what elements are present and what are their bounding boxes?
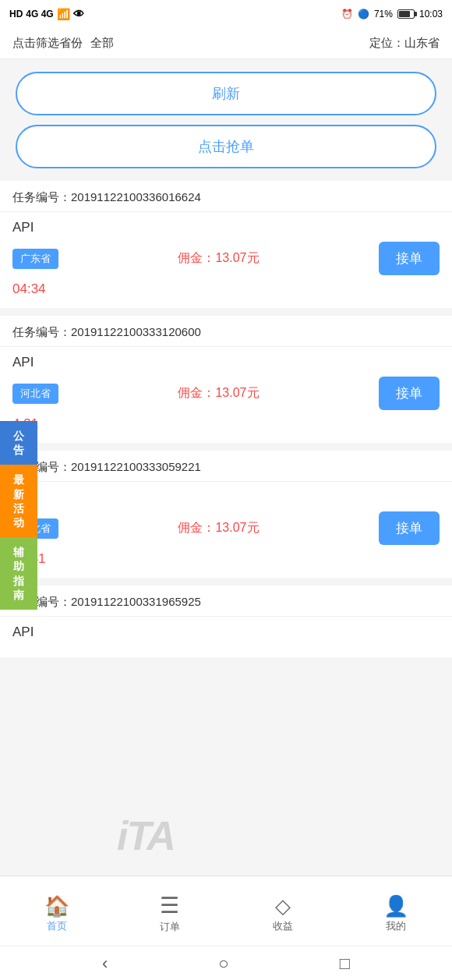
- grab-button[interactable]: 点击抢单: [16, 125, 436, 168]
- task-id: 任务编号：20191122100331965925: [0, 586, 452, 617]
- nav-item-profile[interactable]: 👤 我的: [339, 890, 452, 933]
- status-left: HD 4G 4G 📶 👁: [9, 8, 84, 20]
- task-row: 河北省 佣金：13.07元 接单: [12, 511, 440, 545]
- task-id: 任务编号：20191122100333120600: [0, 316, 452, 347]
- province-badge: 河北省: [12, 384, 58, 404]
- float-activity-button[interactable]: 最 新 活 动: [0, 465, 37, 537]
- task-id: 任务编号：20191122100333059221: [0, 451, 452, 482]
- task-body: API 河北省 佣金：13.07元 接单 04:31: [0, 482, 452, 578]
- task-card: 任务编号：20191122100331965925 API: [0, 586, 452, 657]
- wifi-icon: 📶: [57, 8, 70, 20]
- nav-label-orders: 订单: [160, 920, 180, 934]
- task-body: API 河北省 佣金：13.07元 接单 4:31: [0, 347, 452, 443]
- nav-item-orders[interactable]: ☰ 订单: [113, 889, 226, 934]
- refresh-button[interactable]: 刷新: [16, 72, 436, 115]
- phone-bottom-bar: ‹ ○ □: [0, 946, 452, 980]
- task-type: API: [12, 220, 440, 235]
- accept-button[interactable]: 接单: [379, 511, 440, 545]
- battery-icon: [397, 9, 415, 19]
- filter-left[interactable]: 点击筛选省份 全部: [12, 36, 114, 51]
- nav-item-home[interactable]: 🏠 首页: [0, 890, 113, 933]
- filter-label: 点击筛选省份: [12, 36, 83, 51]
- filter-value: 全部: [90, 36, 114, 51]
- home-icon: 🏠: [44, 896, 69, 916]
- filter-bar[interactable]: 点击筛选省份 全部 定位：山东省: [0, 28, 452, 59]
- task-card: 任务编号：20191122100333120600 API 河北省 佣金：13.…: [0, 316, 452, 443]
- home-button[interactable]: ○: [218, 953, 228, 974]
- card-list: 任务编号：20191122100336016624 API 广东省 佣金：13.…: [0, 175, 452, 671]
- back-button[interactable]: ‹: [102, 953, 108, 974]
- eye-icon: 👁: [73, 8, 84, 20]
- timer: 4:31: [12, 416, 440, 432]
- task-type: API: [12, 490, 440, 505]
- province-badge: 广东省: [12, 249, 58, 269]
- task-card: 任务编号：20191122100336016624 API 广东省 佣金：13.…: [0, 181, 452, 308]
- signal-label: 4G 4G: [26, 9, 53, 19]
- orders-icon: ☰: [160, 895, 179, 917]
- location-label: 定位：山东省: [369, 36, 440, 51]
- commission: 佣金：13.07元: [178, 250, 259, 267]
- task-id: 任务编号：20191122100336016624: [0, 181, 452, 212]
- status-bar: HD 4G 4G 📶 👁 ⏰ 🔵 71% 10:03: [0, 0, 452, 28]
- carrier-label: HD: [9, 9, 23, 19]
- bottom-nav: 🏠 首页 ☰ 订单 ◇ 收益 👤 我的: [0, 876, 452, 946]
- task-body: API: [0, 617, 452, 657]
- time-label: 10:03: [419, 9, 443, 19]
- accept-button[interactable]: 接单: [379, 377, 440, 410]
- task-type: API: [12, 355, 440, 370]
- ita-watermark: iTA: [117, 812, 175, 859]
- nav-label-home: 首页: [47, 919, 67, 933]
- task-body: API 广东省 佣金：13.07元 接单 04:34: [0, 212, 452, 308]
- bluetooth-icon: 🔵: [358, 9, 369, 19]
- nav-label-earnings: 收益: [273, 919, 293, 933]
- task-row: 广东省 佣金：13.07元 接单: [12, 242, 440, 275]
- earnings-icon: ◇: [275, 896, 291, 916]
- float-guide-button[interactable]: 辅 助 指 南: [0, 537, 37, 610]
- commission: 佣金：13.07元: [178, 520, 259, 536]
- timer: 04:34: [12, 281, 440, 297]
- task-type: API: [12, 624, 440, 640]
- timer: 04:31: [12, 551, 440, 567]
- float-sidebar: 公 告 最 新 活 动 辅 助 指 南: [0, 421, 37, 610]
- recent-button[interactable]: □: [340, 953, 350, 974]
- status-right: ⏰ 🔵 71% 10:03: [341, 9, 443, 19]
- battery-label: 71%: [374, 9, 393, 19]
- commission: 佣金：13.07元: [178, 385, 259, 402]
- float-announcement-button[interactable]: 公 告: [0, 421, 37, 465]
- nav-item-earnings[interactable]: ◇ 收益: [226, 890, 339, 933]
- nav-label-profile: 我的: [386, 919, 406, 933]
- action-buttons: 刷新 点击抢单: [0, 59, 452, 175]
- task-card: 任务编号：20191122100333059221 API 河北省 佣金：13.…: [0, 451, 452, 578]
- profile-icon: 👤: [383, 896, 408, 916]
- accept-button[interactable]: 接单: [379, 242, 440, 275]
- alarm-icon: ⏰: [341, 9, 353, 19]
- task-row: 河北省 佣金：13.07元 接单: [12, 377, 440, 410]
